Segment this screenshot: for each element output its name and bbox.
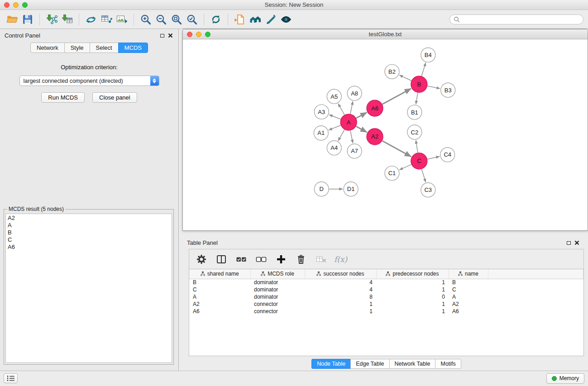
- graph-node-B2[interactable]: B2: [385, 64, 399, 79]
- column-header-predecessor-nodes[interactable]: predecessor nodes: [376, 269, 449, 279]
- close-window-button[interactable]: [4, 2, 10, 8]
- result-item[interactable]: A6: [8, 243, 170, 251]
- float-panel-icon[interactable]: [160, 34, 164, 38]
- open-session-button[interactable]: [5, 12, 20, 27]
- close-panel-button[interactable]: Close panel: [92, 92, 137, 103]
- zoom-selected-button[interactable]: [184, 12, 200, 27]
- graph-edge-A-A4[interactable]: [338, 130, 344, 141]
- search-input[interactable]: [462, 16, 579, 23]
- graph-node-A8[interactable]: A8: [347, 86, 362, 100]
- graph-node-A1[interactable]: A1: [314, 126, 328, 140]
- search-field[interactable]: [449, 14, 583, 24]
- graph-node-C1[interactable]: C1: [385, 166, 399, 181]
- graph-edge-A-A1[interactable]: [329, 125, 340, 130]
- result-item[interactable]: B: [8, 229, 170, 236]
- graph-edge-A2-C[interactable]: [382, 141, 411, 157]
- minimize-network-window-button[interactable]: [196, 32, 201, 37]
- graph-node-A5[interactable]: A5: [327, 89, 341, 104]
- mcds-result-list[interactable]: A2 A B C A6: [5, 214, 172, 363]
- export-image-button[interactable]: [114, 12, 129, 27]
- graph-node-B3[interactable]: B3: [441, 83, 455, 97]
- zoom-network-window-button[interactable]: [205, 32, 210, 37]
- tab-node-table[interactable]: Node Table: [311, 359, 351, 369]
- run-mcds-button[interactable]: Run MCDS: [41, 92, 85, 103]
- add-column-button[interactable]: [274, 253, 288, 266]
- close-panel-icon[interactable]: [168, 33, 173, 38]
- import-table-file-button[interactable]: [59, 12, 75, 27]
- zoom-in-button[interactable]: [138, 12, 153, 27]
- open-session-file-button[interactable]: [232, 12, 248, 27]
- function-builder-button[interactable]: f(x): [334, 253, 347, 266]
- graph-edge-A-A7[interactable]: [350, 131, 353, 143]
- float-table-panel-icon[interactable]: [567, 241, 571, 245]
- tab-network-table[interactable]: Network Table: [389, 359, 436, 369]
- graph-node-D[interactable]: D: [314, 182, 329, 196]
- save-session-button[interactable]: [20, 12, 35, 27]
- graph-edge-A-A3[interactable]: [329, 114, 340, 119]
- graph-edge-A6-B[interactable]: [382, 89, 411, 104]
- criterion-dropdown[interactable]: largest connected component (directed): [19, 76, 159, 86]
- graph-node-C4[interactable]: C4: [440, 148, 455, 162]
- graph-node-C3[interactable]: C3: [421, 183, 435, 197]
- graph-edge-B-B2[interactable]: [399, 75, 411, 81]
- close-table-panel-icon[interactable]: [574, 240, 579, 245]
- style-brush-button[interactable]: [263, 12, 278, 27]
- show-panels-button[interactable]: [4, 373, 18, 383]
- graph-edge-A-A5[interactable]: [338, 104, 344, 115]
- result-item[interactable]: C: [8, 236, 170, 243]
- graph-edge-C-C3[interactable]: [422, 169, 426, 182]
- graph-edge-C-C2[interactable]: [416, 140, 418, 152]
- zoom-out-button[interactable]: [153, 12, 169, 27]
- graph-edge-A-A6[interactable]: [356, 113, 367, 119]
- table-settings-button[interactable]: [195, 253, 208, 266]
- table-row[interactable]: Bdominator 41 B: [189, 279, 583, 286]
- show-hide-button[interactable]: [278, 12, 294, 27]
- dropdown-stepper[interactable]: [150, 76, 159, 86]
- tab-mcds[interactable]: MCDS: [118, 43, 148, 53]
- tab-style[interactable]: Style: [64, 43, 90, 53]
- tab-motifs[interactable]: Motifs: [435, 359, 461, 369]
- table-row[interactable]: A6connector 11 A6: [189, 308, 583, 315]
- zoom-window-button[interactable]: [22, 2, 28, 8]
- graph-edge-A-A2[interactable]: [356, 126, 367, 132]
- delete-table-button[interactable]: [314, 253, 328, 266]
- graph-node-B4[interactable]: B4: [421, 48, 435, 62]
- graph-node-A3[interactable]: A3: [314, 105, 329, 119]
- apply-layout-button[interactable]: [208, 12, 224, 27]
- graph-node-D1[interactable]: D1: [344, 182, 358, 196]
- result-item[interactable]: A2: [8, 214, 170, 222]
- graph-edge-C-C1[interactable]: [399, 165, 411, 170]
- deselect-all-button[interactable]: [254, 253, 268, 266]
- network-table-button[interactable]: [99, 12, 114, 27]
- graph-node-A4[interactable]: A4: [327, 141, 341, 155]
- tab-edge-table[interactable]: Edge Table: [350, 359, 389, 369]
- tab-network[interactable]: Network: [30, 43, 65, 53]
- table-row[interactable]: A2connector 11 A2: [189, 300, 583, 308]
- graph-node-A2[interactable]: A2: [367, 129, 383, 145]
- graph-node-C2[interactable]: C2: [407, 125, 422, 139]
- table-row[interactable]: Adominator 80 A: [189, 293, 583, 300]
- graph-node-C[interactable]: C: [411, 153, 427, 169]
- graph-node-A[interactable]: A: [340, 114, 357, 130]
- column-header-mcds-role[interactable]: MCDS role: [250, 269, 305, 279]
- minimize-window-button[interactable]: [13, 2, 19, 8]
- column-header-shared-name[interactable]: shared name: [189, 269, 250, 279]
- graph-edge-A-A8[interactable]: [350, 101, 353, 114]
- homes-button[interactable]: [248, 12, 263, 27]
- graph-edge-B-B3[interactable]: [427, 86, 440, 89]
- graph-node-B[interactable]: B: [411, 76, 427, 92]
- network-from-selection-button[interactable]: [83, 12, 99, 27]
- zoom-fit-button[interactable]: [169, 12, 184, 27]
- node-table[interactable]: shared name MCDS role successor nodes: [189, 269, 584, 356]
- memory-button[interactable]: Memory: [546, 373, 584, 384]
- column-header-successor-nodes[interactable]: successor nodes: [305, 269, 376, 279]
- column-visibility-button[interactable]: [215, 253, 228, 266]
- graph-node-B1[interactable]: B1: [407, 105, 422, 119]
- result-item[interactable]: A: [8, 222, 170, 229]
- table-row[interactable]: Cdominator 41 C: [189, 286, 583, 293]
- delete-column-button[interactable]: [294, 253, 308, 266]
- graph-node-A7[interactable]: A7: [347, 144, 362, 158]
- import-network-file-button[interactable]: [44, 12, 59, 27]
- network-canvas[interactable]: B4B2BB3A5A8A6B1A3AC2A1A2A4A7CC4C1C3DD1: [183, 39, 588, 230]
- graph-node-A6[interactable]: A6: [367, 100, 383, 116]
